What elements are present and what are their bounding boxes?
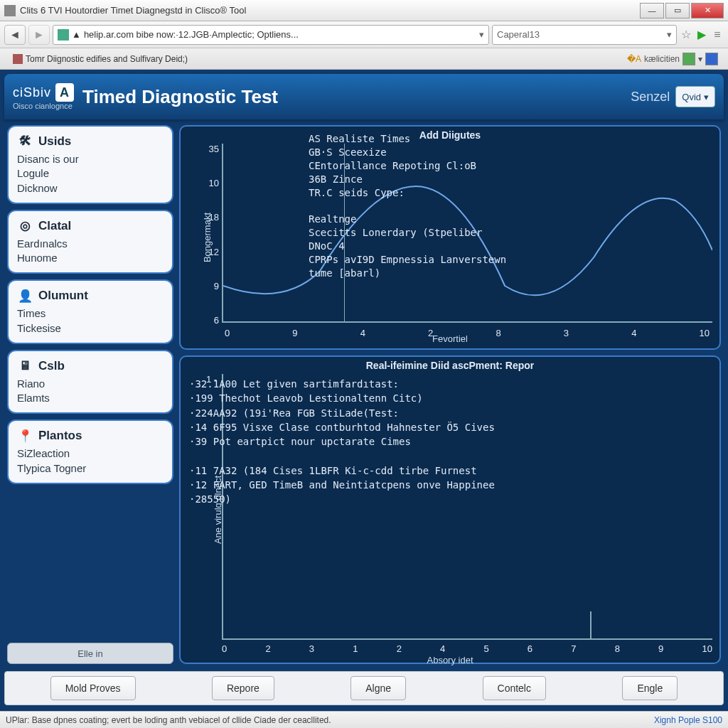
contelc-button[interactable]: Contelc <box>483 676 546 700</box>
panel-chart-top: Add Diigutes Bongermakt 35 10 18 12 9 6 <box>179 125 721 350</box>
url-text: helip.ar.com bibe now:·12.JGB·Amplectic;… <box>84 29 476 40</box>
window-favicon <box>4 5 16 16</box>
sidebar-item-usids[interactable]: 🛠Usids Disanc is our Logule Dicknow <box>7 125 173 204</box>
sidebar-item-title: Plantos <box>38 429 82 443</box>
close-button[interactable]: ✕ <box>691 3 724 18</box>
sidebar-item-olumunt[interactable]: 👤Olumunt Times Tickesise <box>7 279 173 344</box>
repore-button[interactable]: Repore <box>212 676 274 700</box>
browser-tab[interactable]: Tomr Diignostic edifies and Sulfivary De… <box>6 50 195 68</box>
chevron-down-icon: ▾ <box>704 92 709 102</box>
sidebar-item-lines: Riano Elamts <box>17 377 164 406</box>
sidebar-item-title: Olumunt <box>38 289 88 303</box>
page-title: Timed Diagnostic Test <box>82 86 631 108</box>
person-icon[interactable]: �A <box>627 54 641 64</box>
search-placeholder: Caperal13 <box>497 29 667 40</box>
sidebar-item-clatal[interactable]: ◎Clatal Eardınalcs Hunome <box>7 210 173 274</box>
sidebar-item-lines: Disanc is our Logule Dicknow <box>17 152 164 196</box>
browser-tabbar: Tomr Diignostic edifies and Sulfivary De… <box>0 48 728 70</box>
url-bar[interactable]: ▲ helip.ar.com bibe now:·12.JGB·Amplecti… <box>53 25 489 45</box>
chevron-down-icon[interactable]: ▾ <box>698 54 702 64</box>
panel-title: Real-ifeimine Diid ascPment: Repor <box>366 360 535 371</box>
header-dropdown-label: Qvid <box>682 92 701 102</box>
mold-proves-button[interactable]: Mold Proves <box>50 676 136 700</box>
app-header: ciSbiv A Oisco cianlognce Timed Diagnost… <box>4 74 724 119</box>
chart2-xaxis <box>222 638 712 640</box>
window-title: Clits 6 TVI Houtordier Timet Diagnegstd … <box>20 5 638 16</box>
search-dropdown-icon[interactable]: ▾ <box>667 29 672 40</box>
sidebar-item-lines: SiZleaction Tlypica Togner <box>17 446 164 476</box>
action-button-row: Mold Proves Repore Algne Contelc Engle <box>4 671 724 705</box>
sidebar-item-lines: Eardınalcs Hunome <box>17 237 164 266</box>
brand-icon: A <box>55 83 74 102</box>
maximize-button[interactable]: ▭ <box>665 3 690 18</box>
status-box-blue[interactable] <box>705 53 718 65</box>
chart2-log-text: ·32.1A00 Let given sartimfardıtast: ·199… <box>189 377 711 507</box>
tab-label: Tomr Diignostic edifies and Sulfivary De… <box>26 54 188 64</box>
tab-favicon <box>13 54 23 64</box>
menu-icon[interactable]: ≡ <box>711 28 724 41</box>
forward-button[interactable]: ► <box>28 25 50 45</box>
brand-tagline: Oisco cianlognce <box>13 102 74 110</box>
sidebar-item-title: Clatal <box>38 219 71 233</box>
chart1-yticks: 35 10 18 12 9 6 <box>202 144 219 326</box>
sidebar-item-title: Cslb <box>38 359 65 373</box>
engle-button[interactable]: Engle <box>622 676 678 700</box>
play-icon[interactable]: ▶ <box>695 28 708 41</box>
sidebar-button[interactable]: Elle in <box>7 643 173 664</box>
panel-chart-bottom: Real-ifeimine Diid ascPment: Repor Ane v… <box>179 355 721 664</box>
sidebar-item-cslb[interactable]: 🖥Cslb Riano Elamts <box>7 350 173 414</box>
url-dropdown-icon[interactable]: ▾ <box>479 29 484 40</box>
chart2-xticks: 0 2 3 1 2 4 5 6 7 8 9 10 <box>222 643 712 654</box>
status-left: UPlar: Base dpnes coating; evert be lodi… <box>6 715 331 725</box>
main-area: Add Diigutes Bongermakt 35 10 18 12 9 6 <box>179 125 721 664</box>
device-icon: 🖥 <box>17 358 33 374</box>
pin-icon: 📍 <box>17 428 33 444</box>
sidebar: 🛠Usids Disanc is our Logule Dicknow ◎Cla… <box>7 125 173 664</box>
brand-text: ciSbiv <box>13 85 51 100</box>
lock-icon: ▲ <box>72 29 81 40</box>
header-dropdown[interactable]: Qvid ▾ <box>675 86 715 107</box>
person-icon: 👤 <box>17 288 33 304</box>
wrench-icon: 🛠 <box>17 134 33 149</box>
brand-logo: ciSbiv A Oisco cianlognce <box>13 83 74 110</box>
back-button[interactable]: ◄ <box>4 25 26 45</box>
chart1-xlabel: Fevortiel <box>432 333 468 344</box>
site-icon <box>58 29 69 41</box>
tab-right-controls: �A kælicitien ▾ <box>623 51 722 67</box>
search-bar[interactable]: Caperal13 ▾ <box>492 25 677 45</box>
chart1-overlay-text: AS Realiste Times GB·S Sceexize CEntoral… <box>309 132 506 280</box>
window-titlebar: Clits 6 TVI Houtordier Timet Diagnegstd … <box>0 0 728 21</box>
status-box-green[interactable] <box>682 53 695 65</box>
status-bar: UPlar: Base dpnes coating; evert be lodi… <box>0 711 728 728</box>
sidebar-item-plantos[interactable]: 📍Plantos SiZleaction Tlypica Togner <box>7 419 173 484</box>
sidebar-item-title: Usids <box>38 134 71 149</box>
chart2-xlabel: Absory idet <box>427 655 473 665</box>
bookmark-star-icon[interactable]: ☆ <box>680 28 692 41</box>
gear-icon: ◎ <box>17 218 33 234</box>
app-container: ciSbiv A Oisco cianlognce Timed Diagnost… <box>0 70 728 711</box>
status-right: Xignh Pople S100 <box>654 715 722 725</box>
algne-button[interactable]: Algne <box>350 676 406 700</box>
sidebar-item-lines: Times Tickesise <box>17 306 164 336</box>
minimize-button[interactable]: — <box>640 3 664 18</box>
chart2-spike <box>590 611 592 640</box>
tab-right-label: kælicitien <box>644 54 680 64</box>
browser-navbar: ◄ ► ▲ helip.ar.com bibe now:·12.JGB·Ampl… <box>0 21 728 48</box>
header-right-label: Senzel <box>631 90 670 105</box>
